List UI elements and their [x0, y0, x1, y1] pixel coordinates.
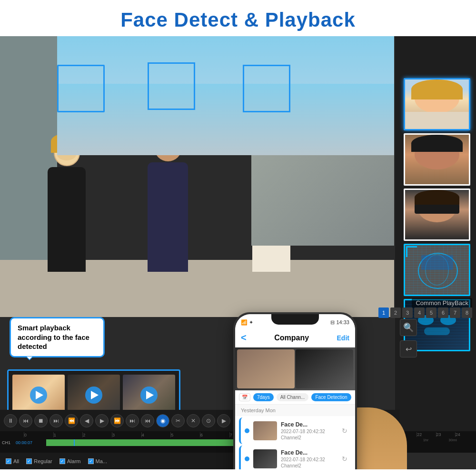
cb-regular[interactable]: ✓ Regular — [26, 458, 52, 464]
magnify-button[interactable]: 🔍 — [400, 319, 417, 336]
cb-regular-label: Regular — [34, 458, 52, 464]
entry-refresh-1[interactable]: ↻ — [342, 427, 347, 435]
phone-preview — [235, 347, 355, 390]
play-btn-2[interactable] — [85, 387, 102, 404]
timeline-green-bar — [46, 439, 255, 446]
ch-6[interactable]: 6 — [438, 307, 448, 318]
tick-3: 3 — [112, 432, 141, 437]
entry-ch-1: Channel2 — [281, 435, 338, 440]
skip-start-btn[interactable]: ⏮ — [141, 414, 154, 427]
play-btn-3[interactable] — [140, 387, 158, 404]
entry-info-1: Face De... 2022-07-18 20:42:32 Channel2 — [281, 421, 338, 440]
face-thumb-3[interactable] — [404, 188, 470, 241]
tick-2: 2 — [82, 432, 112, 437]
channel-numbers: 1 2 3 4 5 6 7 8 — [378, 307, 472, 318]
phone-entry-1[interactable]: Face De... 2022-07-18 20:42:32 Channel2 … — [239, 417, 351, 444]
face-thumb-2[interactable] — [404, 133, 470, 186]
skip-end-btn[interactable]: ⏭ — [126, 414, 139, 427]
record-btn[interactable]: ◉ — [156, 414, 169, 427]
right-timeline: 21 22 23 24 2hr 1hr 30mi — [395, 431, 476, 453]
next-btn[interactable]: ⏭ — [50, 414, 63, 427]
step-back-btn[interactable]: ◀ — [80, 414, 93, 427]
face-box-3 — [243, 65, 290, 112]
phone-tab-channel[interactable]: All Chann... — [277, 393, 309, 401]
phone-title: Company — [274, 334, 309, 342]
tick-1: 1 — [53, 432, 83, 437]
entry-thumb-2 — [253, 449, 277, 468]
callout-text: Smart playback according to the face det… — [18, 324, 89, 350]
ch-8[interactable]: 8 — [462, 307, 472, 318]
main-container: Common PlayBack 1 2 3 4 5 6 7 8 🔍 ↩ Smar… — [0, 36, 476, 469]
play-btn-main[interactable]: ▶ — [217, 414, 230, 427]
tick-6: 6 — [200, 432, 229, 437]
common-playback-label: Common PlayBack — [412, 298, 472, 308]
back-btn[interactable]: < — [241, 332, 247, 343]
entry-dot-2 — [245, 456, 249, 461]
face-box-2 — [148, 62, 195, 110]
clip-1[interactable] — [12, 375, 65, 415]
ff-btn[interactable]: ⏩ — [110, 414, 124, 427]
ch-5[interactable]: 5 — [426, 307, 436, 318]
entry-refresh-2[interactable]: ↻ — [342, 455, 347, 463]
entry-title-1: Face De... — [281, 421, 338, 428]
entry-info-2: Face De... 2022-07-18 20:42:32 Channel2 — [281, 449, 338, 468]
prev-btn[interactable]: ⏮ — [19, 414, 32, 427]
ch-7[interactable]: 7 — [450, 307, 460, 318]
cb-alarm[interactable]: ✓ Alarm — [60, 458, 81, 464]
face-thumb-4[interactable] — [404, 244, 470, 296]
phone-header: < Company Edit — [235, 328, 355, 347]
tick-5: 5 — [170, 432, 200, 437]
face-thumb-1[interactable] — [404, 78, 470, 130]
right-tick-22: 22 — [416, 432, 436, 437]
callout-bubble: Smart playback according to the face det… — [10, 317, 105, 357]
step-fwd-btn[interactable]: ▶ — [95, 414, 109, 427]
phone-date-label: Yesterday Mon — [235, 405, 355, 416]
cb-ma-check: ✓ — [88, 458, 94, 464]
clip-btn[interactable]: ✂ — [171, 414, 185, 427]
cb-alarm-label: Alarm — [67, 458, 81, 464]
edit-btn[interactable]: Edit — [337, 334, 349, 342]
cb-ma[interactable]: ✓ Ma... — [88, 458, 107, 464]
page-title: Face Detect & Playback — [0, 0, 476, 36]
phone-mockup: 📶 ✦ ⊟ 14:33 < Company Edit 📅 7days All C… — [233, 312, 357, 469]
entry-ts-1: 2022-07-18 20:42:32 — [281, 429, 338, 434]
phone-tab-7days[interactable]: 7days — [253, 393, 274, 401]
clip-2[interactable] — [68, 375, 120, 415]
right-tick-23: 23 — [436, 432, 455, 437]
phone-notch — [271, 314, 319, 325]
stop-btn[interactable]: ⏹ — [34, 414, 48, 427]
face-box-1 — [57, 65, 105, 112]
status-left: 📶 ✦ — [241, 319, 253, 326]
figure-1 — [48, 140, 86, 272]
sub-tick-30m: 30mi — [448, 438, 474, 442]
phone-tabs: 📅 7days All Chann... Face Detection — [235, 390, 355, 405]
playback-icon[interactable]: ↩ — [400, 340, 417, 357]
channel-label: CH1 — [2, 440, 14, 445]
clip-3[interactable] — [123, 375, 175, 415]
cb-all-label: All — [13, 458, 19, 464]
play-btn-1[interactable] — [30, 387, 47, 404]
pause-btn[interactable]: ⏸ — [4, 414, 17, 427]
sub-tick-1hr: 1hr — [423, 438, 449, 442]
cb-all-check: ✓ — [6, 458, 11, 464]
cb-regular-check: ✓ — [26, 458, 32, 464]
rew-btn[interactable]: ⏪ — [65, 414, 78, 427]
scene-bg — [0, 36, 394, 317]
ch-4[interactable]: 4 — [414, 307, 425, 318]
status-right: ⊟ 14:33 — [330, 319, 349, 326]
ch-1[interactable]: 1 — [378, 307, 389, 318]
snapshot-btn[interactable]: ⊙ — [202, 414, 215, 427]
ch-3[interactable]: 3 — [402, 307, 413, 318]
ch-2[interactable]: 2 — [390, 307, 401, 318]
time-value: 00:00:07 — [16, 440, 40, 445]
right-sidebar: Common PlayBack 1 2 3 4 5 6 7 8 🔍 ↩ — [395, 36, 476, 431]
entry-title-2: Face De... — [281, 449, 338, 456]
phone-entry-2[interactable]: Face De... 2022-07-18 20:42:32 Channel2 … — [239, 446, 351, 469]
close-btn[interactable]: ✕ — [187, 414, 200, 427]
right-tick-24: 24 — [455, 432, 474, 437]
tick-0: 0 — [24, 432, 53, 437]
entry-ch-2: Channel2 — [281, 463, 338, 468]
phone-tab-calendar[interactable]: 📅 — [239, 393, 250, 401]
cb-all[interactable]: ✓ All — [6, 458, 19, 464]
phone-tab-type[interactable]: Face Detection — [311, 393, 351, 401]
